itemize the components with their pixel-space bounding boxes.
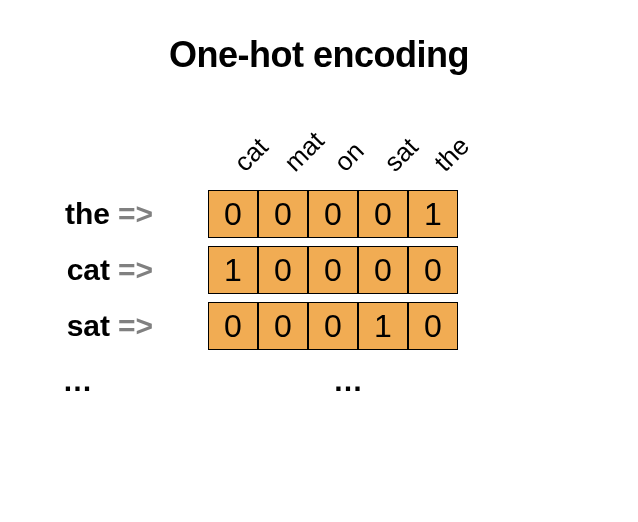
vector-cell: 0 [308, 302, 358, 350]
vector-cell: 0 [258, 246, 308, 294]
encoding-row: cat => 1 0 0 0 0 [0, 245, 473, 295]
encoding-row: the => 0 0 0 0 1 [0, 189, 473, 239]
vector-cell: 0 [258, 302, 308, 350]
column-header: sat [375, 134, 425, 184]
encoding-row: sat => 0 0 0 1 0 [0, 301, 473, 351]
word-label: the [0, 197, 118, 231]
ellipsis-row: … … [0, 361, 473, 401]
column-header-label: mat [278, 125, 331, 178]
column-header: mat [275, 134, 325, 184]
vector-cells: 0 0 0 1 0 [208, 302, 458, 350]
ellipsis-icon: … [223, 364, 473, 398]
column-header-label: sat [378, 132, 424, 178]
word-label: sat [0, 309, 118, 343]
column-headers: cat mat on sat the [225, 134, 475, 184]
vector-cells: 1 0 0 0 0 [208, 246, 458, 294]
encoding-rows: the => 0 0 0 0 1 cat => 1 0 0 0 0 sat => [0, 189, 473, 401]
vector-cell: 1 [408, 190, 458, 238]
vector-cell: 1 [208, 246, 258, 294]
column-header-label: cat [228, 132, 274, 178]
vector-cell: 0 [308, 246, 358, 294]
arrow-icon: => [118, 253, 208, 287]
vector-cell: 0 [408, 302, 458, 350]
vector-cell: 0 [258, 190, 308, 238]
column-header: cat [225, 134, 275, 184]
arrow-icon: => [118, 309, 208, 343]
arrow-icon: => [118, 197, 208, 231]
vector-cell: 0 [358, 190, 408, 238]
vector-cell: 1 [358, 302, 408, 350]
vector-cell: 0 [308, 190, 358, 238]
ellipsis-icon: … [0, 364, 135, 398]
vector-cell: 0 [208, 190, 258, 238]
vector-cell: 0 [208, 302, 258, 350]
word-label: cat [0, 253, 118, 287]
column-header-label: the [428, 131, 475, 178]
column-header: on [325, 134, 375, 184]
vector-cell: 0 [408, 246, 458, 294]
vector-cells: 0 0 0 0 1 [208, 190, 458, 238]
column-header-label: on [328, 136, 370, 178]
column-header: the [425, 134, 475, 184]
diagram-title: One-hot encoding [0, 0, 638, 76]
vector-cell: 0 [358, 246, 408, 294]
